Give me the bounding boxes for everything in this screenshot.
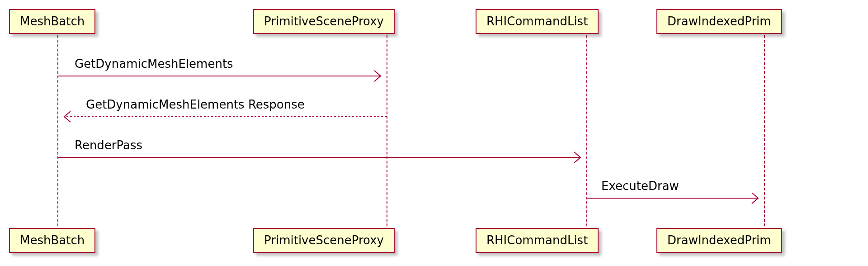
participant-top-meshbatch: MeshBatch (9, 9, 95, 34)
arrowhead-getdynamicmeshelements (374, 71, 381, 81)
msg-label-getdynamicmeshelements: GetDynamicMeshElements (75, 57, 233, 71)
arrowhead-getdynamicmeshelements-response (64, 111, 71, 122)
msg-label-getdynamicmeshelements-response: GetDynamicMeshElements Response (86, 98, 305, 111)
participant-bottom-drawindexedprim: DrawIndexedPrim (656, 228, 782, 253)
msg-label-executedraw: ExecuteDraw (601, 179, 679, 193)
lifeline-drawindexedprim (764, 35, 765, 231)
msg-label-renderpass: RenderPass (75, 138, 142, 152)
participant-bottom-meshbatch: MeshBatch (9, 228, 95, 253)
sequence-diagram: MeshBatch PrimitiveSceneProxy RHICommand… (0, 0, 868, 266)
arrows-layer (0, 0, 868, 266)
lifeline-rhicommandlist (586, 35, 587, 231)
participant-top-rhicommandlist: RHICommandList (476, 9, 599, 34)
lifeline-meshbatch (57, 35, 58, 231)
lifeline-primitivesceneproxy (387, 35, 387, 231)
arrowhead-executedraw (752, 193, 758, 204)
participant-bottom-primitivesceneproxy: PrimitiveSceneProxy (253, 228, 395, 253)
participant-bottom-rhicommandlist: RHICommandList (476, 228, 599, 253)
arrowhead-renderpass (574, 152, 580, 163)
participant-top-primitivesceneproxy: PrimitiveSceneProxy (253, 9, 395, 34)
participant-top-drawindexedprim: DrawIndexedPrim (656, 9, 782, 34)
